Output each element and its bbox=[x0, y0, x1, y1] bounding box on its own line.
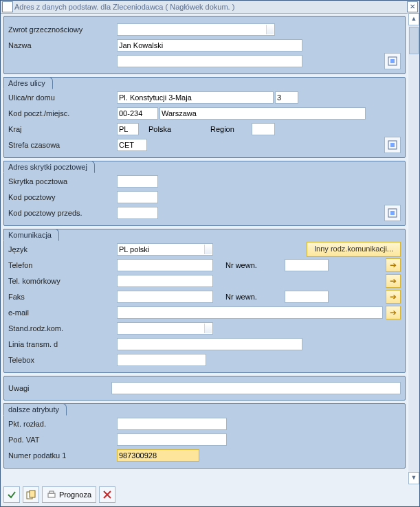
svg-rect-7 bbox=[30, 491, 35, 497]
group-remarks: Uwagi bbox=[3, 376, 406, 401]
ok-button[interactable] bbox=[3, 486, 20, 503]
pobox-more-button[interactable] bbox=[384, 205, 401, 221]
group-further: dalsze atrybuty Pkt. rozład. Pod. VAT Nu… bbox=[3, 403, 406, 469]
street-input[interactable] bbox=[117, 91, 274, 104]
telebox-label: Telebox bbox=[8, 356, 117, 364]
line-label: Linia transm. d bbox=[8, 340, 117, 348]
copy-button[interactable] bbox=[23, 486, 39, 503]
tab-pobox: Adres skrytki pocztowej bbox=[3, 161, 95, 173]
email-more-button[interactable]: ➔ bbox=[386, 306, 401, 319]
content: Zwrot grzecznościowy Nazwa Adres ulicy U… bbox=[3, 16, 406, 482]
email-label: e-mail bbox=[8, 308, 117, 317]
phone-input[interactable] bbox=[117, 259, 213, 271]
tax1-label: Numer podatku 1 bbox=[8, 451, 117, 460]
close-icon[interactable]: ✕ bbox=[407, 1, 418, 12]
pobox-postal-label: Kod pocztowy bbox=[8, 193, 117, 201]
check-icon bbox=[7, 490, 16, 499]
copy-icon bbox=[26, 490, 36, 499]
unload-label: Pkt. rozład. bbox=[8, 420, 117, 428]
fax-label: Faks bbox=[8, 293, 117, 301]
name-label: Nazwa bbox=[8, 41, 117, 49]
company-postal-input[interactable] bbox=[117, 207, 158, 219]
tax1-input[interactable] bbox=[117, 449, 199, 462]
toolbar: Prognoza bbox=[3, 486, 417, 504]
titlebar: Adres z danych podstaw. dla Zleceniodawc… bbox=[1, 1, 419, 14]
scroll-thumb[interactable] bbox=[409, 27, 419, 54]
phone-label: Telefon bbox=[8, 261, 117, 269]
pobox-postal-input[interactable] bbox=[117, 191, 158, 203]
lang-input[interactable] bbox=[117, 243, 213, 256]
scroll-up-icon[interactable]: ▲ bbox=[408, 13, 419, 25]
address-more-button[interactable] bbox=[384, 137, 401, 153]
svg-rect-5 bbox=[390, 211, 395, 215]
street-label: Ulica/nr domu bbox=[8, 93, 117, 102]
prognoza-label: Prognoza bbox=[59, 491, 91, 499]
mobile-more-button[interactable]: ➔ bbox=[386, 274, 401, 288]
group-comm: Komunikacja Język Inny rodz.komunikacji.… bbox=[3, 229, 406, 373]
window-icon bbox=[2, 1, 13, 12]
more-button[interactable] bbox=[384, 53, 401, 69]
lang-label: Język bbox=[8, 245, 117, 254]
mobile-input[interactable] bbox=[117, 275, 213, 287]
region-input[interactable] bbox=[252, 123, 275, 135]
greeting-input[interactable] bbox=[117, 23, 275, 36]
pobox-label: Skrytka pocztowa bbox=[8, 177, 117, 185]
tz-input[interactable] bbox=[117, 139, 147, 151]
tz-label: Strefa czasowa bbox=[8, 141, 117, 149]
phone-more-button[interactable]: ➔ bbox=[386, 258, 401, 272]
city-input[interactable] bbox=[159, 107, 366, 120]
scroll-down-icon[interactable]: ▼ bbox=[408, 472, 419, 484]
tab-comm: Komunikacja bbox=[3, 229, 59, 241]
remarks-label: Uwagi bbox=[8, 384, 111, 392]
svg-rect-1 bbox=[390, 59, 395, 63]
cancel-button[interactable] bbox=[99, 486, 115, 503]
expand-icon bbox=[388, 140, 397, 150]
window: Adres z danych podstaw. dla Zleceniodawc… bbox=[0, 0, 420, 507]
fax-ext-input[interactable] bbox=[285, 291, 329, 303]
house-no-input[interactable] bbox=[275, 91, 298, 104]
company-postal-label: Kod pocztowy przeds. bbox=[8, 209, 117, 217]
vat-input[interactable] bbox=[117, 433, 227, 446]
expand-icon bbox=[388, 56, 397, 66]
vat-label: Pod. VAT bbox=[8, 436, 117, 444]
group-greeting: Zwrot grzecznościowy Nazwa bbox=[3, 16, 406, 74]
group-pobox: Adres skrytki pocztowej Skrytka pocztowa… bbox=[3, 161, 406, 226]
svg-rect-3 bbox=[390, 143, 395, 147]
pobox-input[interactable] bbox=[117, 175, 158, 188]
name2-input[interactable] bbox=[117, 55, 302, 67]
svg-rect-9 bbox=[49, 491, 54, 493]
std-input[interactable] bbox=[117, 322, 213, 335]
postal-input[interactable] bbox=[117, 107, 158, 120]
country-label: Kraj bbox=[8, 125, 117, 133]
cancel-icon bbox=[103, 491, 111, 499]
expand-icon bbox=[388, 208, 397, 218]
country-code-input[interactable] bbox=[117, 123, 139, 135]
phone-ext-input[interactable] bbox=[285, 259, 329, 271]
unload-input[interactable] bbox=[117, 418, 227, 430]
other-comm-button[interactable]: Inny rodz.komunikacji... bbox=[307, 242, 401, 257]
tab-further: dalsze atrybuty bbox=[3, 403, 67, 416]
email-input[interactable] bbox=[117, 306, 383, 319]
name-input[interactable] bbox=[117, 39, 302, 52]
prognoza-button[interactable]: Prognoza bbox=[42, 486, 96, 503]
fax-ext-label: Nr wewn. bbox=[225, 293, 285, 301]
fax-more-button[interactable]: ➔ bbox=[386, 290, 401, 304]
svg-rect-8 bbox=[48, 493, 55, 497]
print-icon bbox=[47, 490, 56, 499]
country-name-text: Polska bbox=[148, 125, 210, 133]
greeting-label: Zwrot grzecznościowy bbox=[8, 25, 117, 34]
region-label: Region bbox=[210, 125, 252, 133]
phone-ext-label: Nr wewn. bbox=[225, 261, 285, 269]
fax-input[interactable] bbox=[117, 291, 213, 303]
tab-address: Adres ulicy bbox=[3, 77, 53, 89]
scrollbar-vertical[interactable]: ▲ ▼ bbox=[408, 13, 419, 484]
postal-label: Kod poczt./miejsc. bbox=[8, 109, 117, 117]
remarks-input[interactable] bbox=[111, 382, 401, 394]
line-input[interactable] bbox=[117, 338, 302, 350]
mobile-label: Tel. komórkowy bbox=[8, 277, 117, 285]
window-title: Adres z danych podstaw. dla Zleceniodawc… bbox=[14, 1, 406, 13]
std-label: Stand.rodz.kom. bbox=[8, 324, 117, 333]
telebox-input[interactable] bbox=[117, 354, 206, 366]
group-address: Adres ulicy Ulica/nr domu Kod poczt./mie… bbox=[3, 77, 406, 158]
